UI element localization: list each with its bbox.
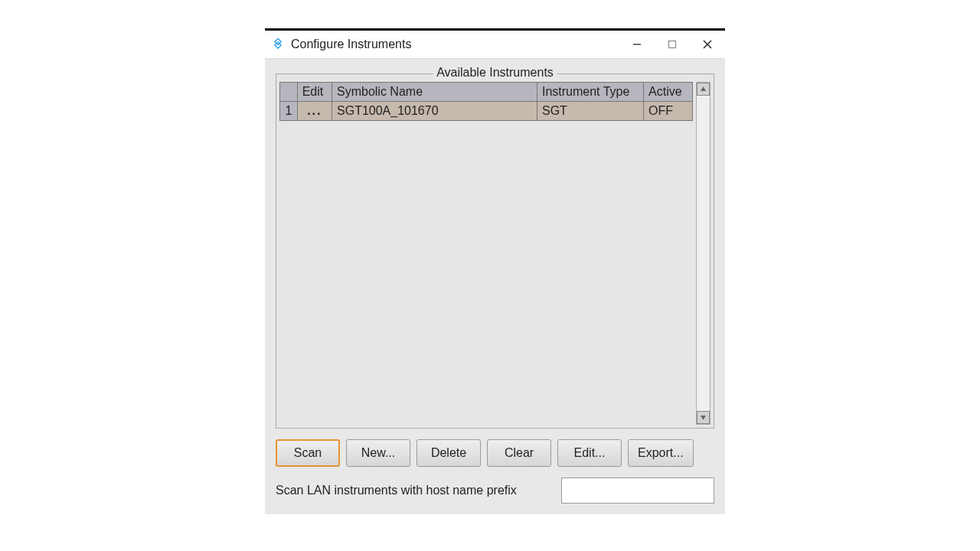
col-instrument-type[interactable]: Instrument Type [537, 83, 643, 102]
svg-marker-7 [701, 416, 706, 420]
instruments-table: Edit Symbolic Name Instrument Type Activ… [279, 82, 693, 121]
edit-button[interactable]: Edit... [557, 439, 622, 467]
button-row: Scan New... Delete Clear Edit... Export.… [270, 436, 720, 473]
cell-edit-button[interactable]: ... [297, 102, 332, 121]
export-button[interactable]: Export... [628, 439, 694, 467]
delete-button[interactable]: Delete [416, 439, 481, 467]
scan-prefix-label: Scan LAN instruments with host name pref… [276, 484, 546, 497]
cell-symbolic-name[interactable]: SGT100A_101670 [332, 102, 537, 121]
close-button[interactable] [690, 31, 725, 58]
scan-prefix-input[interactable] [561, 478, 714, 504]
group-legend: Available Instruments [433, 66, 557, 80]
dialog-window: Configure Instruments Available Instrume… [265, 28, 725, 514]
minimize-button[interactable] [619, 31, 655, 58]
scroll-down-icon[interactable] [697, 411, 710, 424]
app-icon [271, 37, 285, 51]
table-row[interactable]: 1 ... SGT100A_101670 SGT OFF [280, 102, 693, 121]
instruments-table-wrap: Edit Symbolic Name Instrument Type Activ… [279, 82, 710, 425]
col-symbolic-name[interactable]: Symbolic Name [332, 83, 537, 102]
svg-rect-3 [669, 41, 676, 48]
scan-button[interactable]: Scan [276, 439, 340, 467]
maximize-button[interactable] [655, 31, 690, 58]
cell-rownum: 1 [280, 102, 298, 121]
col-edit[interactable]: Edit [297, 83, 332, 102]
table-scrollbar[interactable] [696, 82, 710, 425]
new-button[interactable]: New... [346, 439, 410, 467]
svg-marker-6 [701, 86, 706, 91]
col-rownum[interactable] [280, 83, 298, 102]
dialog-body: Available Instruments Edit Symbolic Name… [265, 58, 725, 514]
window-title: Configure Instruments [291, 37, 411, 51]
col-active[interactable]: Active [644, 83, 693, 102]
scan-prefix-row: Scan LAN instruments with host name pref… [270, 473, 720, 507]
clear-button[interactable]: Clear [487, 439, 551, 467]
available-instruments-group: Available Instruments Edit Symbolic Name… [276, 73, 714, 429]
cell-instrument-type[interactable]: SGT [537, 102, 643, 121]
cell-active[interactable]: OFF [644, 102, 693, 121]
scroll-up-icon[interactable] [697, 83, 710, 96]
titlebar: Configure Instruments [265, 31, 725, 58]
